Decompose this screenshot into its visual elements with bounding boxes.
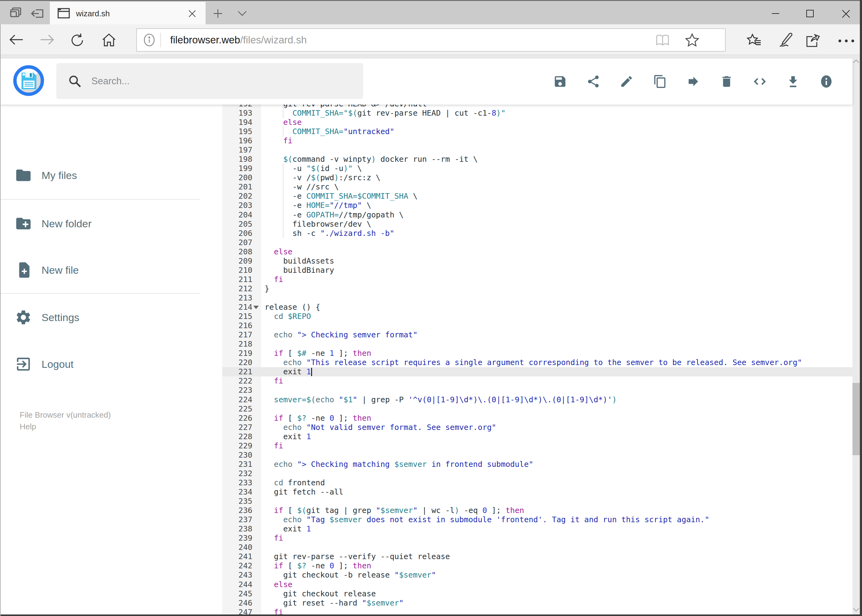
code-line[interactable]: 206 sh -c "./wizard.sh -b": [222, 229, 853, 238]
code-line[interactable]: 234 git fetch --all: [222, 487, 853, 497]
code-line[interactable]: 239 fi: [222, 534, 853, 543]
favorite-star-icon[interactable]: [685, 33, 699, 47]
code-line[interactable]: 220 echo "This release script requires a…: [222, 358, 853, 367]
tab-preview-icon[interactable]: [9, 7, 24, 20]
forward-icon[interactable]: [40, 33, 54, 46]
code-line[interactable]: 245 git checkout release: [222, 589, 853, 599]
code-line[interactable]: 237 echo "Tag $semver does not exist in …: [222, 515, 853, 524]
code-line[interactable]: 194 else: [222, 118, 853, 127]
code-line[interactable]: 243 git checkout -b release "$semver": [222, 570, 853, 580]
new-tab-icon[interactable]: [213, 9, 223, 19]
code-line[interactable]: 229 fi: [222, 441, 853, 451]
code-line[interactable]: 197: [222, 146, 853, 155]
code-line[interactable]: 238 exit 1: [222, 524, 853, 534]
sidebar-item-my-files[interactable]: My files: [0, 162, 216, 189]
code-line[interactable]: 212}: [222, 284, 853, 293]
address-bar[interactable]: filebrowser.web/files/wizard.sh: [136, 28, 726, 52]
code-line[interactable]: 225: [222, 404, 853, 414]
code-line[interactable]: 201 -w //src \: [222, 182, 853, 192]
help-link[interactable]: Help: [20, 421, 36, 432]
code-line[interactable]: 240: [222, 543, 853, 552]
code-line[interactable]: 223: [222, 386, 853, 395]
code-line[interactable]: 209 buildAssets: [222, 256, 853, 266]
maximize-button[interactable]: [806, 9, 814, 17]
code-line[interactable]: 227 echo "Not valid semver format. See s…: [222, 423, 853, 432]
code-line[interactable]: 230: [222, 451, 853, 460]
code-line[interactable]: 222 fi: [222, 376, 853, 386]
move-button[interactable]: [686, 74, 700, 89]
code-line[interactable]: 195 COMMIT_SHA="untracked": [222, 127, 853, 136]
copy-button[interactable]: [653, 74, 667, 89]
code-line[interactable]: 199 -u "$(id -u)" \: [222, 164, 853, 173]
tab-close-icon[interactable]: [188, 9, 196, 18]
sidebar-item-new-folder[interactable]: New folder: [0, 210, 216, 237]
more-options-icon[interactable]: [838, 39, 855, 43]
sidebar-item-new-file[interactable]: New file: [0, 256, 216, 284]
code-line[interactable]: 196 fi: [222, 136, 853, 146]
search-box[interactable]: Search...: [56, 63, 363, 99]
tab-list-chevron-icon[interactable]: [238, 11, 247, 16]
sidebar-item-settings[interactable]: Settings: [0, 303, 216, 331]
refresh-icon[interactable]: [70, 33, 85, 48]
code-line[interactable]: 236 if [ $(git tag | grep "$semver" | wc…: [222, 506, 853, 515]
code-line[interactable]: 217 echo "> Checking semver format": [222, 330, 853, 339]
code-line[interactable]: 233 cd frontend: [222, 478, 853, 487]
set-tabs-aside-icon[interactable]: [31, 7, 45, 20]
code-line[interactable]: 219 if [ $# -ne 1 ]; then: [222, 349, 853, 358]
code-line[interactable]: 235: [222, 497, 853, 506]
url-text[interactable]: filebrowser.web/files/wizard.sh: [170, 29, 307, 51]
raw-code-button[interactable]: [753, 74, 767, 89]
favorites-hub-icon[interactable]: [747, 33, 761, 47]
app-logo[interactable]: [13, 65, 44, 96]
code-line[interactable]: 231 echo "> Checking matching $semver in…: [222, 460, 853, 469]
annotate-pen-icon[interactable]: [778, 32, 793, 48]
code-editor[interactable]: 192 git rev-parse HEAD &> /dev/null193 C…: [222, 105, 853, 616]
save-button[interactable]: [553, 74, 567, 89]
scrollbar-thumb[interactable]: [853, 383, 860, 455]
browser-tab[interactable]: wizard.sh: [50, 2, 206, 25]
window-close-button[interactable]: [842, 9, 850, 18]
scroll-down-icon[interactable]: [853, 608, 860, 612]
code-line[interactable]: 232: [222, 469, 853, 478]
home-icon[interactable]: [102, 33, 116, 47]
code-line[interactable]: 244 else: [222, 580, 853, 589]
share-file-button[interactable]: [586, 74, 600, 89]
code-line[interactable]: 210 buildBinary: [222, 266, 853, 275]
code-line[interactable]: 242 if [ $? -ne 0 ]; then: [222, 561, 853, 570]
code-line[interactable]: 218: [222, 339, 853, 349]
code-line[interactable]: 211 fi: [222, 275, 853, 284]
code-line[interactable]: 214release () {: [222, 303, 853, 312]
code-line[interactable]: 202 -e COMMIT_SHA=$COMMIT_SHA \: [222, 192, 853, 201]
code-line[interactable]: 203 -e HOME="//tmp" \: [222, 201, 853, 210]
code-line[interactable]: 213: [222, 293, 853, 303]
code-line[interactable]: 204 -e GOPATH=//tmp/gopath \: [222, 211, 853, 220]
scroll-up-icon[interactable]: [853, 59, 860, 63]
minimize-button[interactable]: [772, 9, 780, 17]
code-line[interactable]: 198 $(command -v winpty) docker run --rm…: [222, 155, 853, 164]
code-line[interactable]: 200 -v /$(pwd):/src:z \: [222, 173, 853, 182]
reading-view-icon[interactable]: [656, 34, 670, 46]
edit-button[interactable]: [619, 74, 633, 89]
delete-button[interactable]: [720, 74, 734, 89]
code-line[interactable]: 216: [222, 321, 853, 330]
code-line[interactable]: 221 exit 1: [222, 367, 853, 376]
code-line[interactable]: 205 filebrowser/dev \: [222, 220, 853, 229]
code-line[interactable]: 193 COMMIT_SHA="$(git rev-parse HEAD | c…: [222, 108, 853, 118]
code-line[interactable]: 226 if [ $? -ne 0 ]; then: [222, 414, 853, 423]
site-info-icon[interactable]: [142, 33, 156, 47]
page-scrollbar[interactable]: [853, 58, 860, 614]
code-line[interactable]: 215 cd $REPO: [222, 312, 853, 321]
code-line[interactable]: 228 exit 1: [222, 432, 853, 441]
back-icon[interactable]: [9, 33, 24, 46]
code-line[interactable]: 192 git rev-parse HEAD &> /dev/null: [222, 105, 853, 108]
code-line[interactable]: 224 semver=$(echo "$1" | grep -P '^v(0|[…: [222, 395, 853, 404]
sidebar-item-logout[interactable]: Logout: [0, 350, 216, 378]
code-line[interactable]: 207: [222, 238, 853, 247]
code-line[interactable]: 241 git rev-parse --verify --quiet relea…: [222, 552, 853, 561]
app-version[interactable]: File Browser v(untracked): [20, 409, 111, 421]
info-button[interactable]: [819, 74, 834, 89]
fold-arrow-icon[interactable]: [253, 306, 259, 309]
share-icon[interactable]: [805, 33, 821, 48]
code-line[interactable]: 208 else: [222, 247, 853, 256]
code-line[interactable]: 246 git reset --hard "$semver": [222, 599, 853, 608]
